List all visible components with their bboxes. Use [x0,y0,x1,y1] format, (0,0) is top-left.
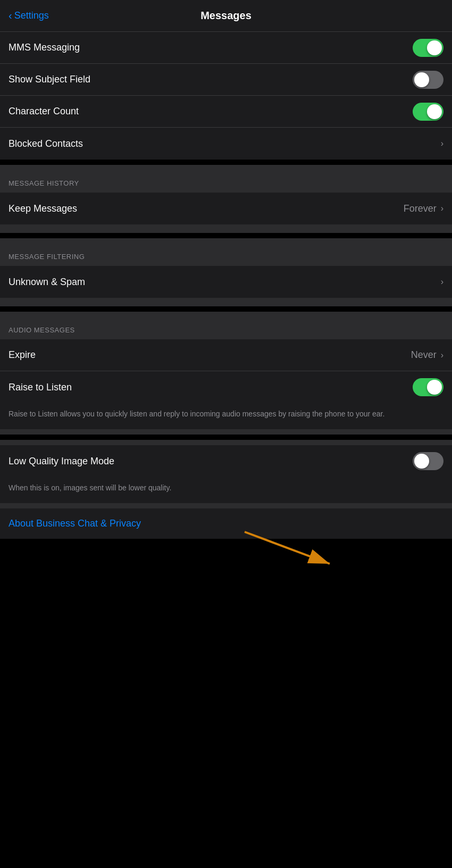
mms-messaging-label: MMS Messaging [9,42,80,53]
gap-2a [0,224,452,233]
raise-to-listen-description: Raise to Listen allows you to quickly li… [0,403,452,429]
gap-2b [0,238,452,247]
keep-messages-value: Forever [404,203,437,214]
low-quality-image-toggle[interactable] [413,452,443,470]
show-subject-field-toggle-thumb [414,72,429,87]
gap-4b [0,440,452,445]
show-subject-field-label: Show Subject Field [9,74,90,85]
gap-3 [0,306,452,312]
gap-1 [0,160,452,165]
keep-messages-row[interactable]: Keep Messages Forever › [0,193,452,224]
message-history-label: MESSAGE HISTORY [9,179,79,187]
character-count-label: Character Count [9,106,79,117]
raise-to-listen-row[interactable]: Raise to Listen [0,371,452,403]
back-chevron-icon: ‹ [9,10,12,22]
gap-4 [0,435,452,440]
raise-to-listen-toggle-thumb [427,380,442,395]
character-count-toggle[interactable] [413,103,443,121]
expire-right: Never › [411,349,443,361]
show-subject-field-toggle[interactable] [413,71,443,89]
low-quality-image-row[interactable]: Low Quality Image Mode [0,445,452,477]
back-label: Settings [14,10,49,21]
gap-3a [0,298,452,306]
message-history-group: Keep Messages Forever › [0,193,452,224]
low-quality-image-toggle-thumb [414,454,429,469]
low-quality-image-label: Low Quality Image Mode [9,456,114,467]
keep-messages-right: Forever › [404,203,443,214]
message-filtering-header: MESSAGE FILTERING [0,247,452,266]
mms-messaging-toggle[interactable] [413,39,443,57]
gap-4a [0,429,452,435]
keep-messages-chevron-icon: › [441,204,443,213]
blocked-contacts-label: Blocked Contacts [9,138,83,149]
character-count-row[interactable]: Character Count [0,96,452,128]
page-header: ‹ Settings Messages [0,0,452,32]
message-history-header: MESSAGE HISTORY [0,173,452,193]
low-quality-group: Low Quality Image Mode [0,445,452,477]
page-title: Messages [200,10,252,22]
blocked-contacts-row[interactable]: Blocked Contacts › [0,128,452,160]
expire-chevron-icon: › [441,350,443,360]
expire-row[interactable]: Expire Never › [0,339,452,371]
low-quality-image-description: When this is on, images sent will be low… [0,477,452,503]
gap-2 [0,233,452,238]
unknown-spam-row[interactable]: Unknown & Spam › [0,266,452,298]
mms-messaging-row[interactable]: MMS Messaging [0,32,452,64]
message-filtering-label: MESSAGE FILTERING [9,253,85,261]
expire-label: Expire [9,349,36,361]
audio-messages-header: AUDIO MESSAGES [0,320,452,339]
audio-messages-label: AUDIO MESSAGES [9,326,75,334]
blocked-contacts-right: › [441,139,443,148]
main-settings-group: MMS Messaging Show Subject Field Charact… [0,32,452,160]
unknown-spam-label: Unknown & Spam [9,277,85,288]
mms-messaging-toggle-thumb [427,40,442,55]
unknown-spam-right: › [441,277,443,287]
show-subject-field-row[interactable]: Show Subject Field [0,64,452,96]
raise-to-listen-toggle[interactable] [413,378,443,396]
audio-messages-group: Expire Never › Raise to Listen [0,339,452,403]
unknown-spam-chevron-icon: › [441,277,443,287]
keep-messages-label: Keep Messages [9,203,77,214]
back-button[interactable]: ‹ Settings [9,10,49,22]
blocked-contacts-chevron-icon: › [441,139,443,148]
expire-value: Never [411,349,437,361]
gap-5 [0,503,452,508]
about-business-chat-link[interactable]: About Business Chat & Privacy [0,508,452,539]
gap-1b [0,165,452,173]
message-filtering-group: Unknown & Spam › [0,266,452,298]
character-count-toggle-thumb [427,104,442,119]
raise-to-listen-label: Raise to Listen [9,382,72,393]
gap-3b [0,312,452,320]
